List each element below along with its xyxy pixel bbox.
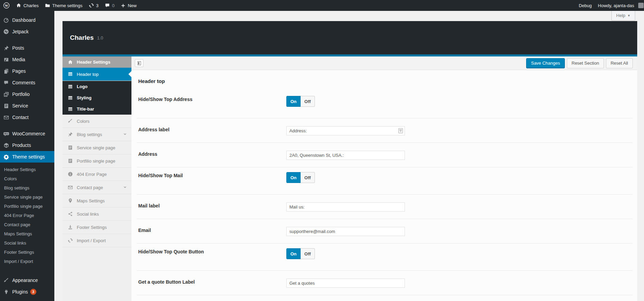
sidebar-item-service[interactable]: Service	[0, 100, 54, 112]
mail-label-input[interactable]	[286, 202, 405, 212]
howdy-text: Howdy, ajanta-das	[598, 3, 634, 8]
wp-admin-menu: Dashboard Jetpack Posts Media Pages Comm…	[0, 11, 54, 301]
avatar	[638, 3, 644, 8]
nav-maps-settings[interactable]: Maps Settings	[62, 194, 131, 207]
submenu-social-links[interactable]: Social links	[0, 238, 54, 248]
setting-row-address-label: Address label	[137, 118, 632, 143]
comments-count: 0	[112, 3, 114, 8]
setting-row-get-a-quote-button-label: Get a quote Button Label	[137, 271, 632, 295]
sidebar-item-posts[interactable]: Posts	[0, 42, 54, 54]
my-account-link[interactable]: Howdy, ajanta-das	[595, 0, 644, 11]
nav-import-export[interactable]: Import / Export	[62, 234, 131, 247]
quote-button-label-input[interactable]	[286, 279, 405, 288]
save-changes-button[interactable]: Save Changes	[526, 58, 565, 68]
toggle-on-button[interactable]: On	[286, 96, 301, 107]
wordpress-logo-icon	[3, 2, 10, 9]
nav-title-bar[interactable]: Title-bar	[62, 103, 131, 115]
panel-header: Charles 1.0	[62, 21, 637, 56]
field-grip-icon	[398, 128, 403, 133]
nav-header-settings[interactable]: Header Settings	[62, 56, 131, 68]
comments-icon	[3, 80, 9, 85]
nav-logo[interactable]: Logo	[62, 81, 131, 92]
setting-row-hide-show-top-mail: Hide/Show Top Mail On Off	[137, 167, 632, 195]
site-name-link[interactable]: Charles	[13, 0, 42, 11]
admin-bar: Charles Theme settings 3 0 New Debug How…	[0, 0, 644, 11]
submenu-contact-page[interactable]: Contact page	[0, 220, 54, 229]
submenu-header-settings[interactable]: Header Settings	[0, 165, 54, 174]
nav-contact-page[interactable]: Contact page	[62, 181, 131, 194]
table-icon	[68, 106, 73, 112]
chevron-down-icon	[123, 185, 127, 190]
nav-header-top[interactable]: Header top	[62, 68, 131, 81]
toggle-off-button[interactable]: Off	[301, 172, 315, 183]
nav-service-single-page[interactable]: Service single page	[62, 141, 131, 154]
envelope-icon	[3, 115, 9, 120]
nav-social-links[interactable]: Social links	[62, 207, 131, 221]
nav-styling[interactable]: Styling	[62, 92, 131, 103]
submenu-404-error-page[interactable]: 404 Error Page	[0, 211, 54, 220]
comments-link[interactable]: 0	[102, 0, 118, 11]
new-content-link[interactable]: New	[118, 0, 140, 11]
top-address-toggle: On Off	[286, 96, 315, 107]
nav-portfolio-single-page[interactable]: Portfilio single page	[62, 154, 131, 168]
toggle-off-button[interactable]: Off	[301, 96, 315, 107]
help-dropdown[interactable]: Help ▼	[611, 11, 635, 21]
nav-blog-settings[interactable]: Blog settings	[62, 128, 131, 141]
sidebar-item-comments[interactable]: Comments	[0, 77, 54, 88]
home-icon	[16, 3, 21, 8]
sidebar-item-jetpack[interactable]: Jetpack	[0, 26, 54, 37]
nav-404-error-page[interactable]: 404 Error Page	[62, 168, 131, 181]
submenu-blog-settings[interactable]: Blog settings	[0, 183, 54, 193]
panel-nav: Header Settings Header top Logo Styling …	[62, 56, 131, 301]
submenu-import-export[interactable]: Import / Export	[0, 257, 54, 266]
theme-settings-label: Theme settings	[52, 3, 83, 8]
sidebar-item-appearance[interactable]: Appearance	[0, 274, 54, 286]
reset-all-button[interactable]: Reset All	[606, 58, 633, 68]
submenu-colors[interactable]: Colors	[0, 174, 54, 183]
sidebar-item-woocommerce[interactable]: WooCommerce	[0, 128, 54, 139]
setting-row-hide-show-top-address: Hide/Show Top Address On Off	[137, 91, 632, 118]
sidebar-item-theme-settings[interactable]: Theme settings	[0, 151, 54, 163]
submenu-footer-settings[interactable]: Footer Settings	[0, 248, 54, 257]
updates-link[interactable]: 3	[86, 0, 102, 11]
woocommerce-icon	[3, 131, 10, 137]
comments-bubble-icon	[105, 3, 110, 8]
submenu-portfolio-single-page[interactable]: Portfilio single page	[0, 202, 54, 211]
debug-link[interactable]: Debug	[576, 0, 595, 11]
sidebar-item-contact[interactable]: Contact	[0, 112, 54, 123]
sidebar-item-portfolio[interactable]: Portfolio	[0, 88, 54, 100]
email-input[interactable]	[286, 227, 405, 236]
submenu-maps-settings[interactable]: Maps Settings	[0, 229, 54, 238]
expand-options-button[interactable]	[135, 59, 143, 67]
document-icon	[68, 145, 73, 150]
setting-label: Hide/Show Top Address	[138, 96, 286, 102]
sidebar-item-users[interactable]	[0, 298, 54, 301]
toggle-on-button[interactable]: On	[286, 248, 301, 259]
theme-settings-link[interactable]: Theme settings	[42, 0, 86, 11]
new-label: New	[128, 3, 137, 8]
address-input[interactable]	[286, 151, 405, 160]
nav-colors[interactable]: Colors	[62, 115, 131, 128]
sidebar-item-plugins[interactable]: Plugins 3	[0, 286, 54, 298]
toggle-on-button[interactable]: On	[286, 172, 301, 183]
sidebar-item-products[interactable]: Products	[0, 139, 54, 151]
sidebar-item-dashboard[interactable]: Dashboard	[0, 14, 54, 26]
sidebar-item-media[interactable]: Media	[0, 54, 54, 65]
toggle-off-button[interactable]: Off	[301, 248, 315, 259]
pushpin-icon	[3, 45, 9, 51]
download-icon	[68, 224, 73, 230]
address-label-input[interactable]	[286, 126, 405, 135]
nav-footer-settings[interactable]: Footer Settings	[62, 221, 131, 234]
wordpress-menu[interactable]	[0, 0, 13, 11]
submenu-service-single-page[interactable]: Service single page	[0, 193, 54, 202]
update-icon	[89, 3, 94, 8]
panel-title: Charles	[70, 34, 94, 41]
setting-row-address: Address	[137, 143, 632, 167]
top-quote-button-toggle: On Off	[286, 248, 315, 259]
dashboard-icon	[3, 17, 9, 23]
document-icon	[3, 103, 9, 109]
sidebar-item-pages[interactable]: Pages	[0, 65, 54, 77]
panel-toolbar: Save Changes Reset Section Reset All	[131, 56, 637, 70]
site-name: Charles	[23, 3, 39, 8]
reset-section-button[interactable]: Reset Section	[567, 58, 604, 68]
